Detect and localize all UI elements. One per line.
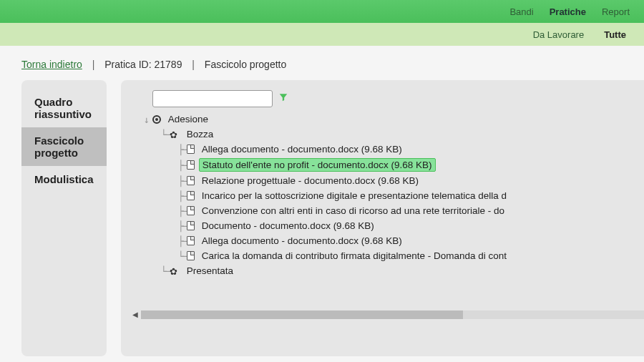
side-nav: Quadro riassuntivo Fascicolo progetto Mo… (21, 80, 107, 356)
tree-label: Incarico per la sottoscrizione digitale … (199, 190, 509, 202)
tree-node-file[interactable]: └─ Carica la domanda di contributo firma… (144, 248, 644, 263)
topnav-pratiche[interactable]: Pratiche (550, 6, 586, 17)
breadcrumb-id: Pratica ID: 21789 (104, 59, 182, 70)
tree-node-presentata[interactable]: └─ ✿ Presentata (144, 263, 644, 278)
top-nav: Bandi Pratiche Report (0, 0, 644, 23)
subnav-tutte[interactable]: Tutte (604, 29, 626, 40)
sidenav-fascicolo[interactable]: Fascicolo progetto (21, 127, 107, 166)
gear-icon: ✿ (170, 266, 180, 276)
tree-label: Bozza (184, 128, 217, 140)
sidenav-quadro[interactable]: Quadro riassuntivo (21, 89, 107, 127)
filter-icon[interactable] (278, 92, 288, 105)
hscroll-thumb[interactable] (141, 310, 463, 319)
file-icon (187, 221, 195, 230)
main-panel: ↓ Adesione └─ ✿ Bozza ├─ Allega document… (121, 80, 644, 356)
topnav-bandi[interactable]: Bandi (509, 6, 533, 17)
tree-node-file[interactable]: ├─ Statuto dell'ente no profit - documen… (144, 157, 644, 173)
tree-node-file[interactable]: ├─ Documento - documento.docx (9.68 KB) (144, 218, 644, 233)
subnav-dalavorare[interactable]: Da Lavorare (533, 29, 585, 40)
tree-label: Allega documento - documento.docx (9.68 … (199, 235, 405, 247)
scroll-left-arrow[interactable]: ◀ (131, 310, 140, 318)
breadcrumb-page: Fascicolo progetto (205, 59, 286, 70)
file-icon (187, 191, 195, 200)
tree-label-selected: Statuto dell'ente no profit - documento.… (199, 158, 436, 172)
tree-label: Relazione progettuale - documento.docx (… (199, 175, 421, 187)
breadcrumb-back-link[interactable]: Torna indietro (21, 59, 82, 70)
tree-node-file[interactable]: ├─ Allega documento - documento.docx (9.… (144, 142, 644, 157)
sub-nav: Da Lavorare Tutte (0, 23, 644, 46)
tree-connector: ├─ (178, 235, 187, 247)
tree-label: Presentata (184, 265, 236, 277)
tree-connector: └─ (161, 265, 170, 277)
tree-connector: ├─ (178, 160, 187, 171)
radio-icon (152, 115, 161, 124)
tree-node-file[interactable]: ├─ Incarico per la sottoscrizione digita… (144, 188, 644, 203)
separator: | (92, 59, 95, 70)
sidenav-modulistica[interactable]: Modulistica (21, 166, 107, 192)
tree-connector: └─ (178, 250, 187, 262)
tree-node-file[interactable]: ├─ Allega documento - documento.docx (9.… (144, 233, 644, 248)
tree-label: Carica la domanda di contributo firmata … (199, 250, 509, 262)
search-input[interactable] (152, 90, 273, 107)
tree-connector: ├─ (178, 175, 187, 187)
tree-connector: ├─ (178, 220, 187, 232)
tree-label: Allega documento - documento.docx (9.68 … (199, 143, 405, 155)
gear-icon: ✿ (170, 129, 180, 140)
breadcrumb: Torna indietro | Pratica ID: 21789 | Fas… (0, 46, 644, 80)
file-icon (187, 145, 195, 154)
topnav-report[interactable]: Report (602, 6, 630, 17)
tree-label: Adesione (165, 113, 211, 125)
tree-node-file[interactable]: ├─ Convenzione con altri enti in caso di… (144, 203, 644, 218)
file-icon (187, 236, 195, 245)
tree-view: ↓ Adesione └─ ✿ Bozza ├─ Allega document… (131, 112, 644, 307)
tree-connector: ├─ (178, 190, 187, 202)
tree-node-bozza[interactable]: └─ ✿ Bozza (144, 127, 644, 142)
tree-connector: ↓ (144, 114, 152, 125)
tree-connector: └─ (161, 129, 170, 140)
file-icon (187, 160, 195, 170)
tree-connector: ├─ (178, 144, 187, 155)
tree-node-file[interactable]: ├─ Relazione progettuale - documento.doc… (144, 173, 644, 188)
tree-label: Convenzione con altri enti in caso di ri… (199, 205, 507, 217)
tree-node-adesione[interactable]: ↓ Adesione (144, 112, 644, 127)
hscroll-track[interactable] (141, 310, 644, 319)
file-icon (187, 251, 195, 260)
file-icon (187, 176, 195, 185)
file-icon (187, 206, 195, 215)
tree-label: Documento - documento.docx (9.68 KB) (199, 220, 377, 232)
tree-connector: ├─ (178, 205, 187, 217)
horizontal-scrollbar[interactable]: ◀ ▶ (131, 310, 644, 319)
separator: | (192, 59, 195, 70)
